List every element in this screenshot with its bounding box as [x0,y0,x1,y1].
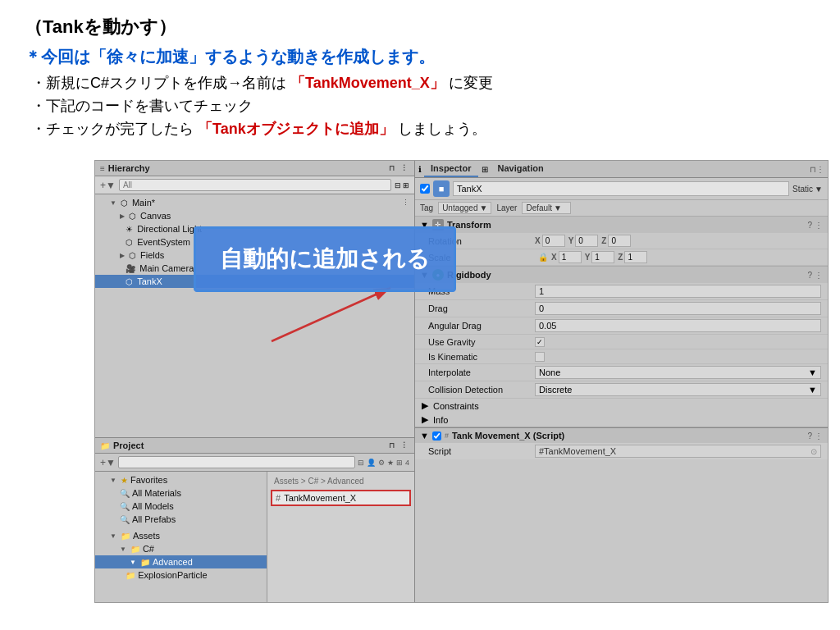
all-models-label: All Models [132,501,174,511]
project-files: Assets > C# > Advanced # TankMovement_X [267,472,414,602]
scale-z-input[interactable]: 1 [624,251,647,263]
hierarchy-icon1: ⊟ [395,181,401,189]
interpolate-dropdown[interactable]: None ▼ [535,366,821,379]
csharp-arrow: ▼ [120,546,126,553]
constraints-row[interactable]: ▶ Constraints [415,399,828,413]
project-icon1: ⊟ [358,459,364,467]
explosion-item[interactable]: 📁 ExplosionParticle [95,568,267,582]
inspector-more-btn[interactable]: ⋮ [816,165,824,174]
project-more-btn[interactable]: ⋮ [399,441,409,450]
collision-detection-dropdown[interactable]: Discrete ▼ [535,383,821,396]
tree-item-eventsystem[interactable]: ⬡ EventSystem [95,235,414,249]
fields-arrow: ▶ [120,252,125,259]
rigidbody-controls: ? ⋮ [807,271,823,280]
script-header[interactable]: ▼ # Tank Movement_X (Script) ? ⋮ [415,428,828,443]
object-name-bar: ■ Static ▼ [415,178,828,200]
tree-item-tankx[interactable]: ⬡ TankX [95,275,414,288]
tab-inspector[interactable]: Inspector [424,161,478,177]
layer-value: Default [526,203,552,212]
transform-icon: ✛ [432,219,444,231]
transform-dots[interactable]: ⋮ [815,221,823,230]
bullet-line-3: ・チェックが完了したら 「Tankオブジェクトに追加」 しましょう。 [25,119,815,139]
is-kinematic-label: Is Kinematic [428,352,535,362]
object-name-input[interactable] [453,181,789,196]
inspector-lock-btn[interactable]: ⊓ [810,165,816,174]
light-icon: ☀ [126,225,133,234]
info-row[interactable]: ▶ Info [415,413,828,427]
assets-item[interactable]: ▼ 📁 Assets [95,529,267,542]
eventsystem-icon: ⬡ [126,238,133,247]
drag-input[interactable] [535,302,821,315]
hierarchy-add-btn[interactable]: +▼ [100,180,116,191]
all-models-item[interactable]: 🔍 All Models [95,500,267,513]
tree-item-camera[interactable]: 🎥 Main Camera [95,262,414,275]
tree-item-light[interactable]: ☀ Directional Light [95,222,414,235]
rigidbody-section: ▼ ● Rigidbody ? ⋮ Mass [415,267,828,427]
script-prop-value: #TankMovement_X ⊙ [535,445,821,458]
tree-item-main[interactable]: ▼ ⬡ Main* ⋮ [95,196,414,209]
project-add-btn[interactable]: +▼ [100,457,116,468]
rotation-x-label: X [535,236,541,245]
hierarchy-more-btn[interactable]: ⋮ [399,164,409,172]
mass-label: Mass [428,286,535,296]
rotation-x-input[interactable] [542,235,565,247]
hierarchy-controls: ⊓ ⋮ [387,164,409,172]
script-dots[interactable]: ⋮ [815,431,823,441]
is-kinematic-checkbox[interactable] [535,352,545,362]
project-lock-btn[interactable]: ⊓ [387,441,396,450]
scale-x-input[interactable]: 1 [559,251,582,263]
main-icon: ⬡ [121,199,128,208]
use-gravity-label: Use Gravity [428,337,535,347]
script-circle: ⊙ [810,447,817,456]
all-prefabs-item[interactable]: 🔍 All Prefabs [95,513,267,526]
tree-item-fields[interactable]: ▶ ⬡ Fields [95,249,414,262]
script-label: Tank Movement_X (Script) [452,431,805,441]
script-section: ▼ # Tank Movement_X (Script) ? ⋮ Script … [415,427,828,459]
canvas-icon: ⬡ [129,212,136,221]
inspector-panel: ℹ Inspector ⊞ Navigation ⊓ ⋮ ■ S [415,161,828,602]
transform-question[interactable]: ? [807,221,812,230]
tag-dropdown[interactable]: Untagged ▼ [438,202,491,214]
rigidbody-header[interactable]: ▼ ● Rigidbody ? ⋮ [415,267,828,283]
transform-arrow: ▼ [420,220,429,230]
rotation-row: Rotation X Y Z [415,233,828,249]
use-gravity-checkbox[interactable]: ✓ [535,337,545,347]
scale-row: Scale 🔒 X 1 Y 1 Z [415,249,828,266]
canvas-arrow: ▶ [120,212,125,220]
angular-drag-input[interactable] [535,319,821,332]
object-active-checkbox[interactable] [420,184,430,194]
scale-y-input[interactable]: 1 [591,251,614,263]
favorites-star: ★ [121,476,128,485]
hierarchy-lock-btn[interactable]: ⊓ [387,164,396,172]
rotation-y-input[interactable] [575,235,598,247]
advanced-item[interactable]: ▼ 📁 Advanced [95,555,267,568]
tree-item-canvas[interactable]: ▶ ⬡ Canvas [95,209,414,222]
file-item-tankmovement[interactable]: # TankMovement_X [271,490,411,506]
project-icon5: ⊞ 4 [396,459,409,467]
static-badge: Static ▼ [792,185,823,194]
rotation-z-label: Z [601,236,606,245]
tab-navigation[interactable]: Navigation [491,161,550,177]
left-panel: ≡ Hierarchy ⊓ ⋮ +▼ ⊟ ⊞ [95,161,415,602]
advanced-icon: 📁 [140,558,150,567]
transform-header[interactable]: ▼ ✛ Transform ? ⋮ [415,217,828,233]
constraints-arrow: ▶ [422,400,428,411]
script-active-checkbox[interactable] [432,431,441,441]
rigidbody-question[interactable]: ? [807,271,812,280]
script-prop-row: Script #TankMovement_X ⊙ [415,443,828,459]
inline-code-2: 「Tankオブジェクトに追加」 [198,121,394,137]
all-materials-item[interactable]: 🔍 All Materials [95,486,267,500]
favorites-item[interactable]: ▼ ★ Favorites [95,473,267,486]
project-search-input[interactable] [118,456,356,468]
script-question[interactable]: ? [807,431,812,441]
static-dropdown[interactable]: ▼ [815,185,823,194]
rotation-z-input[interactable] [608,235,631,247]
csharp-item[interactable]: ▼ 📁 C# [95,542,267,555]
top-section: （Tankを動かす） ＊今回は「徐々に加速」するような動きを作成します。 ・新規… [0,0,840,150]
rigidbody-dots[interactable]: ⋮ [815,271,823,280]
mass-input[interactable] [535,285,821,298]
hierarchy-search-input[interactable] [119,179,391,191]
layer-dropdown[interactable]: Default ▼ [522,202,571,214]
breadcrumb: Assets > C# > Advanced [271,475,411,487]
tag-layer-row: Tag Untagged ▼ Layer Default ▼ [415,200,828,217]
